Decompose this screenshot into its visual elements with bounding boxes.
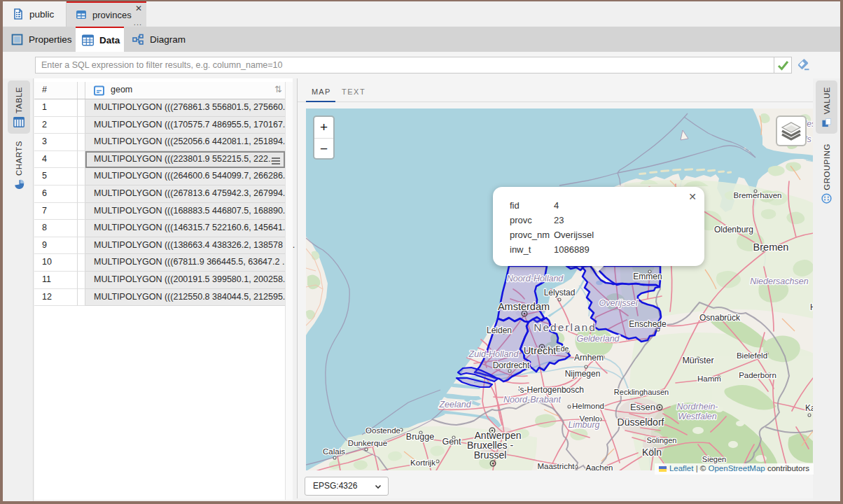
svg-text:Limburg: Limburg <box>568 420 599 430</box>
svg-text:Brussel: Brussel <box>474 449 507 461</box>
svg-text:Brugge: Brugge <box>406 432 434 442</box>
svg-text:Overijssel: Overijssel <box>599 298 639 308</box>
svg-text:Düsseldorf: Düsseldorf <box>618 416 664 428</box>
svg-text:Lelystad: Lelystad <box>544 288 576 298</box>
svg-text:Dunkerque: Dunkerque <box>348 439 387 447</box>
svg-text:Oostende: Oostende <box>365 426 400 435</box>
svg-text:Nijmegen: Nijmegen <box>565 369 601 379</box>
svg-text:Hamm: Hamm <box>697 374 721 383</box>
svg-text:Utrecht: Utrecht <box>524 345 557 356</box>
svg-text:Köln: Köln <box>642 447 662 458</box>
svg-text:Emmen: Emmen <box>633 272 662 281</box>
svg-text:Helmond: Helmond <box>572 402 604 410</box>
svg-text:Nordrhein-: Nordrhein- <box>676 402 718 412</box>
svg-text:Gelderland: Gelderland <box>576 334 620 344</box>
svg-text:Zeeland: Zeeland <box>438 400 471 410</box>
svg-text:Noord-Holland: Noord-Holland <box>507 274 564 284</box>
svg-text:Oldenburg: Oldenburg <box>714 225 753 234</box>
svg-text:Paderborn: Paderborn <box>739 371 776 379</box>
svg-text:Bremerhaven: Bremerhaven <box>733 191 781 200</box>
svg-text:Recklinghausen: Recklinghausen <box>614 388 669 396</box>
svg-text:Osnabrück: Osnabrück <box>699 313 741 323</box>
svg-text:Calais: Calais <box>323 447 345 456</box>
svg-text:Westfalen: Westfalen <box>678 412 716 421</box>
svg-text:Nederland: Nederland <box>534 321 597 333</box>
svg-text:Enschede: Enschede <box>629 319 667 329</box>
svg-text:Leiden: Leiden <box>487 326 512 335</box>
svg-text:Zuid-Holland: Zuid-Holland <box>468 349 520 359</box>
svg-text:Siegen: Siegen <box>702 455 726 463</box>
svg-text:Niedersachsen: Niedersachsen <box>750 276 808 286</box>
svg-text:Arnhem: Arnhem <box>574 353 604 363</box>
svg-text:’s-Hertogenbosch: ’s-Hertogenbosch <box>518 385 584 395</box>
svg-text:Amsterdam: Amsterdam <box>498 301 550 312</box>
svg-text:Noord-Brabant: Noord-Brabant <box>503 395 562 405</box>
svg-text:Münster: Münster <box>682 356 713 365</box>
svg-text:Bielefeld: Bielefeld <box>737 351 767 360</box>
svg-text:Ede: Ede <box>556 344 569 353</box>
svg-text:Essen: Essen <box>630 402 655 412</box>
svg-text:Dordrecht: Dordrecht <box>493 360 530 370</box>
svg-text:Gent: Gent <box>442 437 461 447</box>
svg-text:Bremen: Bremen <box>753 241 789 253</box>
svg-text:Solingen: Solingen <box>647 436 677 444</box>
svg-text:Maastricht: Maastricht <box>537 462 575 470</box>
svg-text:Kortrijk: Kortrijk <box>410 458 436 467</box>
